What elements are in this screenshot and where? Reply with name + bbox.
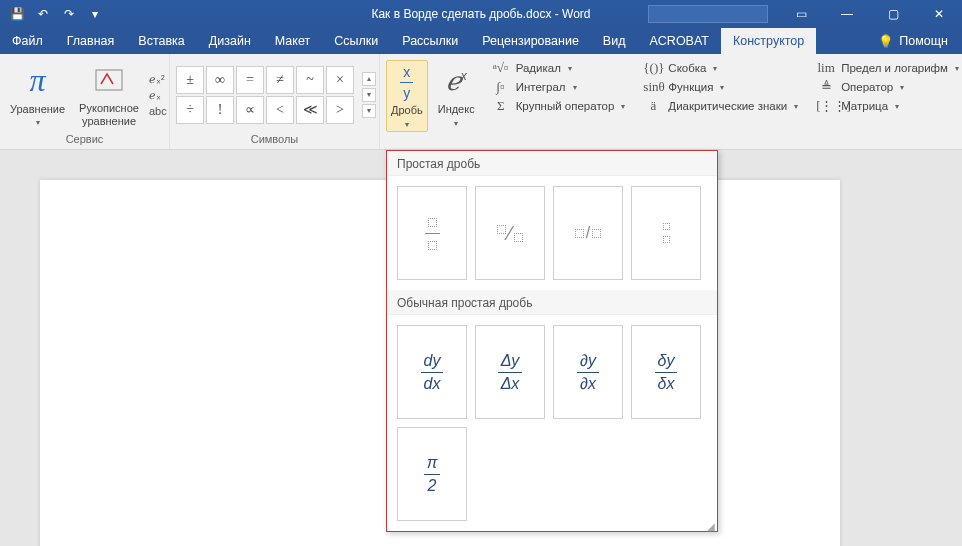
tab-acrobat[interactable]: ACROBAT: [637, 28, 721, 54]
symbol-cell[interactable]: ÷: [176, 96, 204, 124]
frac-num: δy: [655, 352, 678, 370]
title-search-box[interactable]: [648, 5, 768, 23]
struct-col-2: {()}Скобка▾ sinθФункция▾ äДиакритические…: [637, 60, 804, 114]
tab-layout[interactable]: Макет: [263, 28, 322, 54]
accent-label: Диакритические знаки: [668, 100, 787, 112]
matrix-label: Матрица: [841, 100, 888, 112]
fraction-label: Дробь: [391, 104, 423, 117]
symbols-more-button[interactable]: ▾: [362, 104, 376, 118]
group-symbols: ± ∞ = ≠ ~ × ÷ ! ∝ < ≪ > ▴ ▾ ▾ Символы: [170, 54, 380, 149]
symbols-scroll-up[interactable]: ▴: [362, 72, 376, 86]
equation-label: Уравнение: [10, 103, 65, 116]
operator-button[interactable]: ≜Оператор▾: [816, 79, 959, 95]
tab-view[interactable]: Вид: [591, 28, 638, 54]
symbol-cell[interactable]: !: [206, 96, 234, 124]
tab-insert[interactable]: Вставка: [126, 28, 196, 54]
limit-icon: lim: [816, 60, 836, 76]
maximize-button[interactable]: ▢: [870, 0, 916, 28]
group-service: π Уравнение ▾ Рукописное уравнение ℯₓ² ℯ…: [0, 54, 170, 149]
function-label: Функция: [668, 81, 713, 93]
minimize-button[interactable]: —: [824, 0, 870, 28]
qat-more-button[interactable]: ▾: [84, 3, 106, 25]
save-button[interactable]: 💾: [6, 3, 28, 25]
bracket-label: Скобка: [668, 62, 706, 74]
window-controls: ▭ — ▢ ✕: [648, 0, 962, 28]
ribbon-display-options[interactable]: ▭: [778, 0, 824, 28]
fraction-deltay-deltax-small[interactable]: δyδx: [631, 325, 701, 419]
symbol-cell[interactable]: ≠: [266, 66, 294, 94]
script-icon: ℯx: [446, 62, 467, 100]
tab-home[interactable]: Главная: [55, 28, 127, 54]
fraction-button[interactable]: xy Дробь ▾: [386, 60, 428, 132]
symbol-cell[interactable]: ≪: [296, 96, 324, 124]
integral-button[interactable]: ∫▫Интеграл▾: [491, 79, 626, 95]
matrix-button[interactable]: [⋮⋮]Матрица▾: [816, 98, 959, 114]
normal-text-button[interactable]: abc: [149, 105, 167, 117]
radical-icon: ⁿ√▫: [491, 60, 511, 76]
tab-references[interactable]: Ссылки: [322, 28, 390, 54]
tab-file[interactable]: Файл: [0, 28, 55, 54]
struct-col-3: limПредел и логарифм▾ ≜Оператор▾ [⋮⋮]Мат…: [810, 60, 962, 114]
symbol-cell[interactable]: ~: [296, 66, 324, 94]
tab-design[interactable]: Дизайн: [197, 28, 263, 54]
large-operator-label: Крупный оператор: [516, 100, 615, 112]
symbols-scroll-down[interactable]: ▾: [362, 88, 376, 102]
symbol-cell[interactable]: >: [326, 96, 354, 124]
fraction-pi-over-2[interactable]: π2: [397, 427, 467, 521]
large-operator-button[interactable]: ΣКрупный оператор▾: [491, 98, 626, 114]
radical-button[interactable]: ⁿ√▫Радикал▾: [491, 60, 626, 76]
help-label: Помощн: [899, 34, 948, 48]
script-button[interactable]: ℯx Индекс ▾: [434, 60, 479, 130]
matrix-icon: [⋮⋮]: [816, 98, 836, 114]
linear-format-button[interactable]: ℯₓ: [149, 89, 167, 102]
gallery-resize-handle[interactable]: ◢: [707, 521, 715, 529]
ribbon-tabs: Файл Главная Вставка Дизайн Макет Ссылки…: [0, 28, 962, 54]
symbol-cell[interactable]: ±: [176, 66, 204, 94]
quick-access-toolbar: 💾 ↶ ↷ ▾: [0, 3, 106, 25]
close-button[interactable]: ✕: [916, 0, 962, 28]
bracket-button[interactable]: {()}Скобка▾: [643, 60, 798, 76]
tab-equation-design[interactable]: Конструктор: [721, 28, 816, 54]
gallery-section-simple: Простая дробь: [387, 151, 717, 176]
redo-button[interactable]: ↷: [58, 3, 80, 25]
symbol-cell[interactable]: ∝: [236, 96, 264, 124]
fraction-small[interactable]: [631, 186, 701, 280]
limit-log-label: Предел и логарифм: [841, 62, 948, 74]
bracket-icon: {()}: [643, 60, 663, 76]
symbol-cell[interactable]: ∞: [206, 66, 234, 94]
symbol-cell[interactable]: =: [236, 66, 264, 94]
pro-format-button[interactable]: ℯₓ²: [149, 73, 167, 86]
undo-button[interactable]: ↶: [32, 3, 54, 25]
function-icon: sinθ: [643, 79, 663, 95]
fraction-linear[interactable]: /: [553, 186, 623, 280]
function-button[interactable]: sinθФункция▾: [643, 79, 798, 95]
tab-review[interactable]: Рецензирование: [470, 28, 591, 54]
tell-me-help[interactable]: 💡 Помощн: [864, 28, 962, 54]
ink-equation-button[interactable]: Рукописное уравнение: [75, 59, 143, 129]
frac-den: δx: [655, 375, 678, 393]
symbol-cell[interactable]: ×: [326, 66, 354, 94]
fraction-dy-dx[interactable]: dydx: [397, 325, 467, 419]
limit-log-button[interactable]: limПредел и логарифм▾: [816, 60, 959, 76]
ink-equation-label: Рукописное уравнение: [79, 102, 139, 127]
group-symbols-label: Символы: [176, 131, 373, 147]
radical-label: Радикал: [516, 62, 561, 74]
frac-num: ∂y: [577, 352, 599, 370]
fraction-stacked[interactable]: [397, 186, 467, 280]
struct-col-1: ⁿ√▫Радикал▾ ∫▫Интеграл▾ ΣКрупный операто…: [485, 60, 632, 114]
operator-label: Оператор: [841, 81, 893, 93]
script-label: Индекс: [438, 103, 475, 116]
fraction-deltay-deltax[interactable]: ΔyΔx: [475, 325, 545, 419]
ribbon: π Уравнение ▾ Рукописное уравнение ℯₓ² ℯ…: [0, 54, 962, 150]
fraction-skewed[interactable]: ⁄: [475, 186, 545, 280]
tab-mailings[interactable]: Рассылки: [390, 28, 470, 54]
group-service-label: Сервис: [6, 131, 163, 147]
accent-button[interactable]: äДиакритические знаки▾: [643, 98, 798, 114]
title-bar: 💾 ↶ ↷ ▾ Как в Ворде сделать дробь.docx -…: [0, 0, 962, 28]
symbol-cell[interactable]: <: [266, 96, 294, 124]
fraction-partialy-partialx[interactable]: ∂y∂x: [553, 325, 623, 419]
window-title: Как в Ворде сделать дробь.docx - Word: [371, 7, 590, 21]
equation-button[interactable]: π Уравнение ▾: [6, 60, 69, 130]
svg-rect-0: [96, 70, 122, 90]
frac-den: dx: [421, 375, 444, 393]
